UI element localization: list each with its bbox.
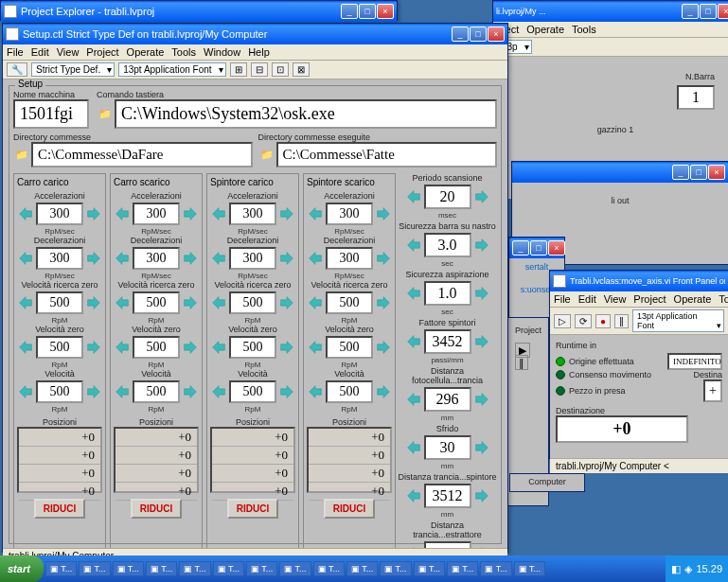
- ricerca-input[interactable]: 500: [326, 291, 373, 314]
- decel-input[interactable]: 300: [36, 247, 83, 270]
- vzero-input[interactable]: 500: [326, 336, 373, 359]
- arrow-0-icon[interactable]: [210, 294, 227, 311]
- menu-window[interactable]: Window: [204, 46, 240, 58]
- taskbar-item[interactable]: ▣ T...: [380, 561, 411, 576]
- vel-input[interactable]: 500: [326, 380, 373, 403]
- max-icon[interactable]: □: [700, 4, 717, 19]
- arrow-180-icon[interactable]: [375, 294, 392, 311]
- arrow-0-icon[interactable]: [17, 205, 34, 222]
- taskbar-item[interactable]: ▣ T...: [113, 561, 144, 576]
- nome-input[interactable]: 1501fgi: [13, 99, 89, 129]
- arrow-180-icon[interactable]: [375, 250, 392, 267]
- wrench-icon[interactable]: 🔧: [7, 62, 27, 77]
- browse-icon[interactable]: 📁: [258, 147, 275, 164]
- arrow-0-icon[interactable]: [307, 339, 324, 356]
- arrow-0-icon[interactable]: [405, 285, 422, 302]
- vzero-input[interactable]: 500: [36, 336, 83, 359]
- arrow-180-icon[interactable]: [182, 294, 199, 311]
- arrow-0-icon[interactable]: [405, 487, 422, 504]
- close-button[interactable]: ×: [377, 4, 394, 19]
- taskbar-item[interactable]: ▣ T...: [45, 561, 77, 576]
- riduci-button[interactable]: RIDUCI: [227, 499, 278, 519]
- arrow-180-icon[interactable]: [473, 188, 490, 205]
- font-dropdown[interactable]: 13pt Application Font: [118, 62, 225, 77]
- ricerca-input[interactable]: 500: [36, 291, 83, 314]
- reorder-icon[interactable]: ⊡: [272, 62, 289, 77]
- arrow-180-icon[interactable]: [85, 250, 102, 267]
- minimize-button[interactable]: _: [452, 26, 469, 42]
- type-dropdown[interactable]: Strict Type Def.: [31, 62, 115, 77]
- tray-icon[interactable]: ◧: [671, 563, 681, 575]
- posizioni-list[interactable]: +0+0 +0+0: [17, 427, 102, 493]
- arrow-0-icon[interactable]: [114, 250, 131, 267]
- taskbar-item[interactable]: ▣ T...: [179, 561, 210, 576]
- taskbar-item[interactable]: ▣ T...: [414, 561, 445, 576]
- align-icon[interactable]: ⊞: [230, 62, 247, 77]
- accel-input[interactable]: 300: [36, 203, 83, 225]
- posizioni-list[interactable]: +0+0 +0+0: [210, 427, 295, 493]
- start-button[interactable]: start: [0, 556, 44, 582]
- arrow-0-icon[interactable]: [114, 294, 131, 311]
- menu-edit[interactable]: Edit: [31, 46, 49, 58]
- cmd-input[interactable]: C:\Windows\System32\osk.exe: [115, 99, 497, 129]
- decel-input[interactable]: 300: [229, 247, 276, 270]
- taskbar-item[interactable]: ▣ T...: [480, 561, 511, 576]
- fattore-input[interactable]: 3452: [424, 329, 471, 354]
- vel-input[interactable]: 500: [229, 380, 276, 403]
- arrow-180-icon[interactable]: [473, 545, 490, 548]
- arrow-180-icon[interactable]: [375, 205, 392, 222]
- taskbar-item[interactable]: ▣ T...: [514, 561, 545, 576]
- minimize-button[interactable]: _: [341, 4, 358, 19]
- arrow-180-icon[interactable]: [85, 294, 102, 311]
- menu-view[interactable]: View: [57, 46, 80, 58]
- taskbar-item[interactable]: ▣ T...: [279, 561, 311, 576]
- arrow-180-icon[interactable]: [278, 383, 295, 400]
- tray-icon[interactable]: ◈: [684, 563, 692, 575]
- maximize-button[interactable]: □: [470, 26, 487, 42]
- vzero-input[interactable]: 500: [133, 336, 180, 359]
- vel-input[interactable]: 500: [36, 380, 83, 403]
- dest-input[interactable]: +0: [556, 415, 688, 443]
- arrow-180-icon[interactable]: [85, 339, 102, 356]
- arrow-180-icon[interactable]: [182, 339, 199, 356]
- decel-input[interactable]: 300: [326, 247, 373, 270]
- abort-icon[interactable]: ●: [595, 314, 611, 328]
- arrow-180-icon[interactable]: [182, 250, 199, 267]
- arrow-180-icon[interactable]: [473, 285, 490, 302]
- arrow-180-icon[interactable]: [278, 339, 295, 356]
- arrow-0-icon[interactable]: [405, 188, 422, 205]
- arrow-180-icon[interactable]: [278, 205, 295, 222]
- disttrsp-input[interactable]: 3512: [424, 484, 471, 508]
- taskbar-item[interactable]: ▣ T...: [146, 561, 177, 576]
- taskbar-item[interactable]: ▣ T...: [213, 561, 244, 576]
- close-button[interactable]: ×: [488, 26, 505, 42]
- maximize-button[interactable]: □: [359, 4, 376, 19]
- taskbar-item[interactable]: ▣ T...: [313, 561, 345, 576]
- pause-icon[interactable]: ‖: [614, 314, 629, 328]
- arrow-180-icon[interactable]: [278, 250, 295, 267]
- font-dropdown[interactable]: 13pt Application Font: [632, 309, 724, 332]
- arrow-0-icon[interactable]: [307, 205, 324, 222]
- dir1-input[interactable]: C:\Commesse\DaFare: [31, 142, 253, 168]
- dir2-input[interactable]: C:\Commesse\Fatte: [276, 142, 498, 168]
- arrow-180-icon[interactable]: [182, 383, 199, 400]
- resize-icon[interactable]: ⊠: [293, 62, 310, 77]
- browse-icon[interactable]: 📁: [97, 106, 114, 123]
- sicbarra-input[interactable]: 3.0: [424, 233, 471, 257]
- sicasp-input[interactable]: 1.0: [424, 281, 471, 306]
- riduci-button[interactable]: RIDUCI: [34, 499, 85, 519]
- arrow-0-icon[interactable]: [114, 383, 131, 400]
- arrow-0-icon[interactable]: [114, 205, 131, 222]
- accel-input[interactable]: 300: [326, 203, 373, 225]
- menu-project[interactable]: Project: [86, 46, 118, 58]
- distribute-icon[interactable]: ⊟: [251, 62, 268, 77]
- menu-tools[interactable]: Tools: [171, 46, 196, 58]
- arrow-0-icon[interactable]: [405, 439, 422, 456]
- arrow-180-icon[interactable]: [473, 439, 490, 456]
- arrow-180-icon[interactable]: [375, 383, 392, 400]
- arrow-0-icon[interactable]: [405, 545, 422, 548]
- arrow-180-icon[interactable]: [473, 333, 490, 350]
- arrow-0-icon[interactable]: [210, 383, 227, 400]
- arrow-180-icon[interactable]: [473, 487, 490, 504]
- menu-operate[interactable]: Operate: [127, 46, 165, 58]
